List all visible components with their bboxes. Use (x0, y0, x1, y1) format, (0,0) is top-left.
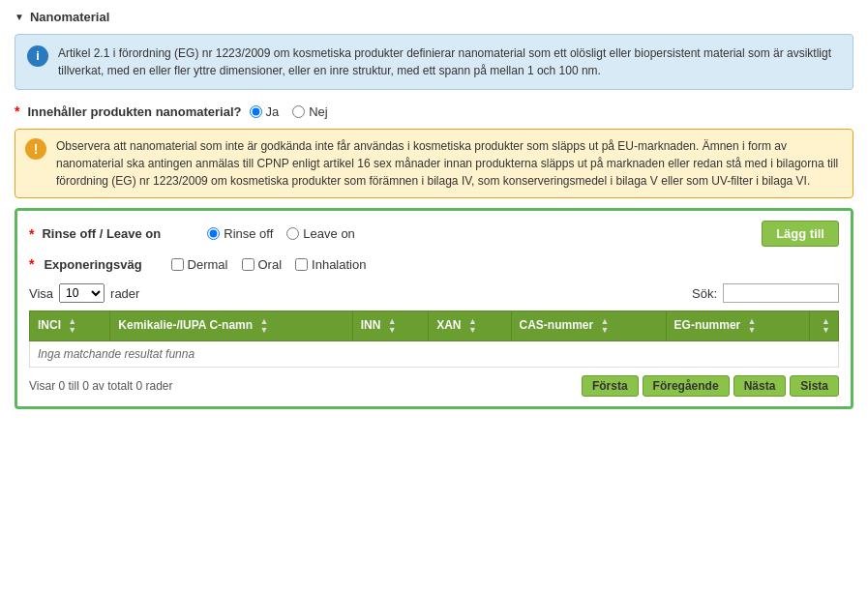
contains-nanomaterial-label: Innehåller produkten nanomaterial? (27, 104, 241, 119)
col-kemikalie[interactable]: Kemikalie-/IUPA C-namn ▲▼ (110, 311, 352, 341)
required-star: * (15, 104, 19, 119)
rows-label: rader (110, 286, 139, 301)
radio-rinse-off[interactable]: Rinse off (207, 226, 273, 241)
data-table: INCI ▲▼ Kemikalie-/IUPA C-namn ▲▼ INN ▲▼… (29, 311, 839, 368)
checkbox-inhalation[interactable]: Inhalation (295, 257, 366, 272)
radio-ja-label: Ja (266, 104, 280, 119)
search-label: Sök: (692, 286, 717, 301)
table-empty-row: Inga matchande resultat funna (30, 341, 839, 368)
radio-rinse-off-label: Rinse off (224, 226, 273, 241)
lagg-till-button[interactable]: Lägg till (762, 221, 839, 247)
checkbox-oral-label: Oral (258, 257, 283, 272)
green-container: * Rinse off / Leave on Rinse off Leave o… (15, 208, 853, 409)
radio-leave-on-label: Leave on (303, 226, 355, 241)
search-input[interactable] (723, 283, 839, 303)
warning-box: ! Observera att nanomaterial som inte är… (15, 129, 853, 198)
radio-leave-on-input[interactable] (286, 227, 299, 240)
sort-cas: ▲▼ (601, 317, 610, 335)
radio-leave-on[interactable]: Leave on (286, 226, 355, 241)
pagination-row: Visar 0 till 0 av totalt 0 rader Första … (29, 375, 839, 397)
btn-first[interactable]: Första (582, 375, 639, 397)
col-inci[interactable]: INCI ▲▼ (30, 311, 110, 341)
col-xan[interactable]: XAN ▲▼ (429, 311, 511, 341)
btn-next[interactable]: Nästa (733, 375, 787, 397)
btn-last[interactable]: Sista (790, 375, 839, 397)
radio-nej-input[interactable] (292, 105, 305, 118)
rinse-off-row: * Rinse off / Leave on Rinse off Leave o… (29, 221, 839, 247)
rinse-required-star: * (29, 226, 34, 242)
checkbox-dermal-label: Dermal (188, 257, 228, 272)
table-empty-message: Inga matchande resultat funna (30, 341, 839, 368)
sort-eg: ▲▼ (748, 317, 757, 335)
checkbox-inhalation-label: Inhalation (312, 257, 366, 272)
sort-inn: ▲▼ (388, 317, 397, 335)
collapse-arrow[interactable]: ▼ (15, 12, 24, 22)
checkbox-dermal-input[interactable] (171, 258, 184, 271)
info-icon: i (27, 45, 48, 67)
sort-kemikalie: ▲▼ (259, 317, 268, 335)
pagination-status: Visar 0 till 0 av totalt 0 rader (29, 379, 173, 393)
radio-nej[interactable]: Nej (292, 104, 328, 119)
rinse-radio-group: Rinse off Leave on (207, 226, 355, 241)
rinse-off-label: Rinse off / Leave on (42, 226, 161, 241)
radio-rinse-off-input[interactable] (207, 227, 220, 240)
radio-nej-label: Nej (309, 104, 328, 119)
sort-actions: ▲▼ (822, 317, 830, 335)
exponering-checkbox-group: Dermal Oral Inhalation (171, 257, 367, 272)
contains-nanomaterial-row: * Innehåller produkten nanomaterial? Ja … (15, 104, 853, 119)
exponering-label: Exponeringsväg (44, 257, 141, 272)
radio-ja-input[interactable] (250, 105, 262, 118)
table-controls: Visa 10 25 50 100 rader Sök: (29, 283, 839, 303)
table-controls-left: Visa 10 25 50 100 rader (29, 283, 139, 303)
sort-inci: ▲▼ (68, 317, 76, 335)
checkbox-dermal[interactable]: Dermal (171, 257, 228, 272)
pagination-buttons: Första Föregående Nästa Sista (582, 375, 839, 397)
checkbox-oral-input[interactable] (242, 258, 254, 271)
btn-prev[interactable]: Föregående (643, 375, 730, 397)
info-text: Artikel 2.1 i förordning (EG) nr 1223/20… (58, 44, 841, 79)
table-controls-right: Sök: (692, 283, 839, 303)
col-inn[interactable]: INN ▲▼ (352, 311, 429, 341)
section-header: ▼ Nanomaterial (15, 10, 853, 24)
warning-text: Observera att nanomaterial som inte är g… (56, 137, 843, 190)
col-cas[interactable]: CAS-nummer ▲▼ (511, 311, 666, 341)
exponering-row: * Exponeringsväg Dermal Oral Inhalation (29, 256, 839, 272)
col-eg[interactable]: EG-nummer ▲▼ (666, 311, 809, 341)
sort-xan: ▲▼ (468, 317, 477, 335)
radio-ja[interactable]: Ja (250, 104, 280, 119)
nanomaterial-radio-group: Ja Nej (250, 104, 854, 119)
rows-select[interactable]: 10 25 50 100 (59, 283, 105, 303)
info-box: i Artikel 2.1 i förordning (EG) nr 1223/… (15, 34, 853, 90)
section-title: Nanomaterial (30, 10, 109, 24)
exp-required-star: * (29, 256, 34, 272)
show-label: Visa (29, 286, 53, 301)
checkbox-inhalation-input[interactable] (295, 258, 308, 271)
warning-icon: ! (25, 138, 46, 160)
col-actions: ▲▼ (810, 311, 839, 341)
checkbox-oral[interactable]: Oral (242, 257, 283, 272)
